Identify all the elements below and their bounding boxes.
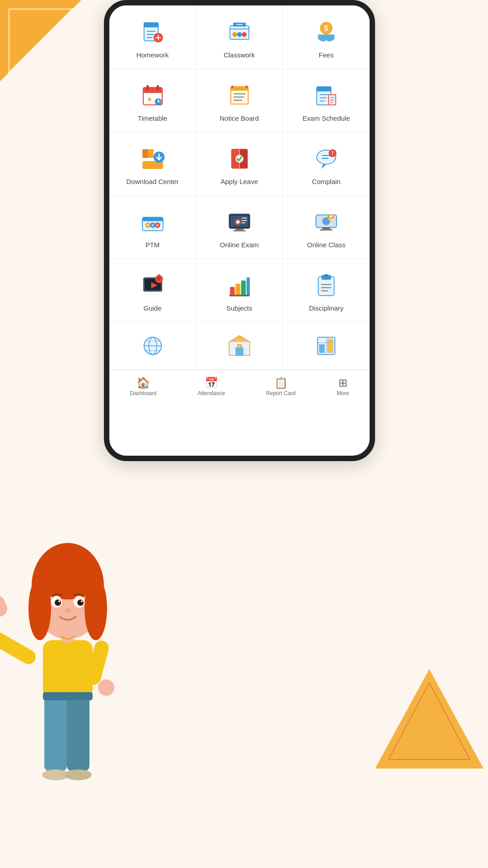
svg-point-138: [98, 679, 114, 696]
apply-leave-icon: [225, 144, 254, 173]
fees-icon: $: [312, 18, 341, 47]
svg-rect-39: [317, 86, 331, 91]
apply-leave-label: Apply Leave: [221, 178, 258, 186]
menu-item-online-exam[interactable]: Online Exam: [196, 196, 283, 259]
svg-rect-102: [325, 274, 328, 276]
svg-rect-120: [327, 339, 333, 353]
partial-icon-3: [312, 331, 341, 360]
disciplinary-icon: [312, 271, 341, 300]
svg-point-69: [151, 224, 154, 226]
subjects-label: Subjects: [226, 304, 253, 312]
menu-item-ptm[interactable]: PTM: [109, 196, 196, 259]
partial-icon-2: [225, 331, 254, 360]
svg-point-16: [242, 32, 247, 37]
ptm-icon: [138, 208, 167, 236]
partial-item-2[interactable]: [196, 322, 283, 370]
svg-point-70: [156, 224, 158, 226]
svg-point-131: [77, 599, 84, 606]
bottom-nav: 🏠 Dashboard 📅 Attendance 📋 Report Card ⊞…: [109, 370, 370, 401]
svg-rect-97: [241, 280, 246, 295]
partial-row: [109, 322, 370, 370]
partial-item-3[interactable]: [283, 322, 370, 370]
svg-rect-22: [143, 87, 162, 93]
svg-text:$: $: [324, 24, 328, 32]
menu-item-guide[interactable]: Guide: [109, 259, 196, 322]
download-center-label: Download Center: [127, 178, 179, 186]
svg-marker-1: [9, 9, 72, 72]
svg-point-37: [245, 85, 248, 88]
svg-rect-96: [235, 283, 240, 295]
svg-rect-119: [319, 344, 324, 353]
menu-item-notice-board[interactable]: Notice Board: [196, 69, 283, 132]
disciplinary-label: Disciplinary: [309, 304, 344, 312]
svg-rect-140: [44, 694, 67, 771]
ptm-label: PTM: [145, 241, 160, 249]
notice-board-label: Notice Board: [220, 114, 259, 123]
nav-item-attendance[interactable]: 📅 Attendance: [189, 375, 233, 398]
subjects-icon: [225, 271, 254, 300]
exam-schedule-icon: [312, 81, 341, 110]
svg-point-130: [55, 599, 61, 606]
nav-item-dashboard[interactable]: 🏠 Dashboard: [122, 375, 164, 398]
svg-point-125: [35, 559, 100, 599]
svg-rect-24: [156, 85, 159, 90]
menu-grid: Homework Classwork: [109, 5, 370, 322]
svg-marker-3: [389, 683, 470, 760]
online-exam-icon: [225, 208, 254, 236]
svg-rect-49: [142, 149, 148, 158]
download-center-icon: [138, 144, 167, 173]
svg-point-115: [239, 345, 240, 347]
exam-schedule-label: Exam Schedule: [302, 114, 350, 123]
menu-item-online-class[interactable]: Online Class: [283, 196, 370, 259]
complain-label: Complain: [312, 178, 340, 186]
svg-point-132: [58, 600, 60, 602]
attendance-nav-label: Attendance: [197, 390, 225, 396]
timetable-label: Timetable: [138, 114, 167, 123]
svg-rect-84: [320, 229, 333, 231]
svg-point-68: [146, 224, 149, 226]
svg-marker-60: [322, 164, 327, 169]
dashboard-nav-icon: 🏠: [136, 377, 150, 389]
complain-icon: !: [312, 144, 341, 173]
menu-item-homework[interactable]: Homework: [109, 6, 196, 69]
svg-point-139: [0, 596, 5, 610]
menu-item-download-center[interactable]: Download Center: [109, 132, 196, 196]
nav-item-more[interactable]: ⊞ More: [328, 375, 357, 398]
guide-label: Guide: [143, 304, 161, 312]
guide-icon: [138, 271, 167, 300]
menu-item-subjects[interactable]: Subjects: [196, 259, 283, 322]
svg-point-36: [231, 85, 233, 88]
menu-item-classwork[interactable]: Classwork: [196, 6, 283, 69]
homework-label: Homework: [136, 51, 169, 59]
svg-rect-142: [43, 692, 93, 700]
svg-marker-0: [0, 0, 81, 81]
bg-decoration-top-left: [0, 0, 81, 81]
menu-item-timetable[interactable]: Timetable: [109, 69, 196, 132]
svg-point-86: [330, 215, 332, 217]
nav-item-report-card[interactable]: 📋 Report Card: [258, 375, 304, 398]
svg-marker-2: [375, 669, 483, 769]
report-card-nav-label: Report Card: [266, 390, 296, 396]
partial-item-1[interactable]: [109, 322, 196, 370]
svg-rect-99: [229, 295, 250, 297]
svg-point-121: [32, 543, 104, 629]
svg-rect-98: [246, 277, 249, 295]
svg-rect-95: [230, 287, 235, 295]
svg-rect-64: [142, 217, 163, 221]
menu-item-disciplinary[interactable]: Disciplinary: [283, 259, 370, 322]
svg-point-129: [74, 596, 84, 608]
svg-rect-94: [158, 274, 160, 276]
menu-item-apply-leave[interactable]: Apply Leave: [196, 132, 283, 196]
fees-label: Fees: [319, 51, 333, 59]
svg-point-133: [81, 600, 83, 602]
online-class-label: Online Class: [307, 241, 345, 249]
svg-rect-123: [61, 622, 75, 642]
menu-item-complain[interactable]: ! Complain: [283, 132, 370, 196]
svg-point-126: [28, 577, 51, 640]
partial-icon-1: [138, 331, 167, 360]
report-card-nav-icon: 📋: [274, 377, 288, 389]
timetable-icon: [138, 81, 167, 110]
menu-item-exam-schedule[interactable]: Exam Schedule: [283, 69, 370, 132]
svg-rect-23: [146, 85, 149, 90]
menu-item-fees[interactable]: $ Fees: [283, 6, 370, 69]
